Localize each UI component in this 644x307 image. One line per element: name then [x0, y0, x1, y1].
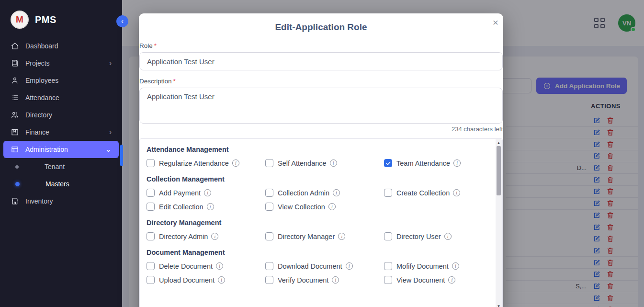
checkbox-unchecked[interactable] — [147, 232, 155, 240]
app-logo: M PMS — [0, 0, 122, 34]
checkbox-unchecked[interactable] — [147, 262, 155, 270]
sidebar-item-label: Finance — [25, 128, 49, 136]
info-icon[interactable]: i — [211, 233, 218, 240]
people-icon — [11, 111, 19, 119]
info-icon[interactable]: i — [346, 262, 353, 270]
permission-section-title: Collection Management — [147, 175, 485, 183]
characters-left: 234 characters left — [139, 125, 503, 133]
checkbox-unchecked[interactable] — [265, 232, 273, 240]
app-logo-icon: M — [11, 11, 29, 29]
permission-view-document[interactable]: View Documenti — [384, 276, 485, 284]
permission-regularize-attendance[interactable]: Regularize Attendancei — [147, 159, 265, 167]
sidebar-item-directory[interactable]: Directory — [0, 106, 122, 124]
checkbox-unchecked[interactable] — [384, 189, 392, 197]
info-icon[interactable]: i — [448, 276, 455, 284]
projects-icon — [11, 59, 19, 68]
checkbox-checked[interactable] — [384, 159, 392, 167]
permission-verify-document[interactable]: Verify Documenti — [265, 276, 384, 284]
sidebar-item-employees[interactable]: Employees — [0, 72, 122, 89]
info-icon[interactable]: i — [452, 262, 459, 270]
info-icon[interactable]: i — [333, 189, 340, 196]
finance-icon — [11, 128, 19, 136]
scrollbar[interactable]: ▲ ▼ — [496, 139, 502, 307]
info-icon[interactable]: i — [204, 189, 211, 196]
checkbox-unchecked[interactable] — [265, 276, 273, 284]
info-icon[interactable]: i — [332, 276, 339, 284]
permission-grid: Directory AdminiDirectory ManageriDirect… — [147, 232, 485, 240]
permission-grid: Regularize AttendanceiSelf AttendanceiTe… — [147, 159, 485, 167]
permission-directory-admin[interactable]: Directory Admini — [147, 232, 265, 240]
permission-label: Directory Admin — [159, 233, 208, 240]
checkbox-unchecked[interactable] — [384, 232, 392, 240]
checkbox-unchecked[interactable] — [147, 189, 155, 197]
sidebar-item-label: Attendance — [25, 94, 59, 102]
permission-label: Regularize Attendance — [159, 159, 229, 167]
checkbox-unchecked[interactable] — [384, 276, 392, 284]
scroll-down-icon[interactable]: ▼ — [496, 304, 502, 307]
permission-label: Download Document — [278, 262, 342, 270]
sidebar-item-finance[interactable]: Finance› — [0, 124, 122, 141]
sidebar-item-label: Tenant — [45, 163, 65, 171]
edit-application-role-modal: × Edit-Application Role Role* Descriptio… — [139, 13, 503, 307]
sidebar-collapse-button[interactable]: ‹ — [116, 15, 128, 27]
info-icon[interactable]: i — [218, 276, 225, 284]
chevron-right-icon: › — [109, 59, 112, 67]
info-icon[interactable]: i — [232, 159, 239, 167]
scroll-up-icon[interactable]: ▲ — [496, 141, 502, 145]
sidebar-item-attendance[interactable]: Attendance — [0, 89, 122, 106]
checkbox-unchecked[interactable] — [147, 276, 155, 284]
info-icon[interactable]: i — [207, 203, 214, 210]
sidebar-item-administration[interactable]: Administration⌄ — [3, 141, 119, 158]
sidebar-item-label: Directory — [25, 111, 52, 119]
info-icon[interactable]: i — [330, 159, 337, 167]
permission-label: Create Collection — [396, 189, 450, 197]
permission-self-attendance[interactable]: Self Attendancei — [265, 159, 384, 167]
checkbox-unchecked[interactable] — [265, 189, 273, 197]
required-asterisk: * — [154, 42, 157, 49]
modal-title: Edit-Application Role — [139, 22, 503, 33]
permission-label: Add Payment — [159, 189, 201, 197]
permission-label: Delete Document — [159, 262, 213, 270]
permission-download-document[interactable]: Download Documenti — [265, 262, 384, 270]
sidebar-item-masters[interactable]: Masters — [0, 175, 122, 193]
permission-directory-user[interactable]: Directory Useri — [384, 232, 485, 240]
checkbox-unchecked[interactable] — [265, 262, 273, 270]
permission-upload-document[interactable]: Upload Documenti — [147, 276, 265, 284]
permission-section-title: Document Management — [147, 249, 485, 256]
sidebar-item-inventory[interactable]: Inventory — [0, 193, 122, 210]
info-icon[interactable]: i — [453, 159, 461, 167]
checkbox-unchecked[interactable] — [147, 203, 155, 211]
info-icon[interactable]: i — [453, 189, 460, 196]
info-icon[interactable]: i — [216, 262, 223, 270]
checkbox-unchecked[interactable] — [265, 203, 273, 211]
sidebar-item-tenant[interactable]: Tenant — [0, 158, 122, 175]
sidebar: M PMS DashboardProjects›EmployeesAttenda… — [0, 0, 122, 307]
sidebar-nav: DashboardProjects›EmployeesAttendanceDir… — [0, 37, 122, 210]
permission-team-attendance[interactable]: Team Attendancei — [384, 159, 485, 167]
active-item-indicator — [120, 145, 123, 166]
home-icon — [11, 42, 19, 50]
permission-mofify-document[interactable]: Mofify Documenti — [384, 262, 485, 270]
scrollbar-thumb[interactable] — [497, 146, 501, 195]
permission-directory-manager[interactable]: Directory Manageri — [265, 232, 384, 240]
permission-create-collection[interactable]: Create Collectioni — [384, 189, 485, 197]
checkbox-unchecked[interactable] — [265, 159, 273, 167]
description-textarea[interactable]: Application Test User — [139, 88, 503, 124]
permission-edit-collection[interactable]: Edit Collectioni — [147, 203, 265, 211]
sidebar-item-dashboard[interactable]: Dashboard — [0, 37, 122, 55]
info-icon[interactable]: i — [444, 233, 452, 240]
checkbox-unchecked[interactable] — [384, 262, 392, 270]
permission-collection-admin[interactable]: Collection Admini — [265, 189, 384, 197]
permission-label: Directory User — [396, 233, 441, 240]
role-input[interactable] — [139, 52, 503, 70]
info-icon[interactable]: i — [338, 233, 345, 240]
permission-delete-document[interactable]: Delete Documenti — [147, 262, 265, 270]
info-icon[interactable]: i — [328, 203, 336, 210]
close-button[interactable]: × — [493, 17, 498, 27]
permission-view-collection[interactable]: View Collectioni — [265, 203, 384, 211]
bullet-icon — [15, 182, 20, 186]
checkbox-unchecked[interactable] — [147, 159, 155, 167]
permission-add-payment[interactable]: Add Paymenti — [147, 189, 265, 197]
permission-label: Team Attendance — [396, 159, 450, 167]
sidebar-item-projects[interactable]: Projects› — [0, 55, 122, 72]
